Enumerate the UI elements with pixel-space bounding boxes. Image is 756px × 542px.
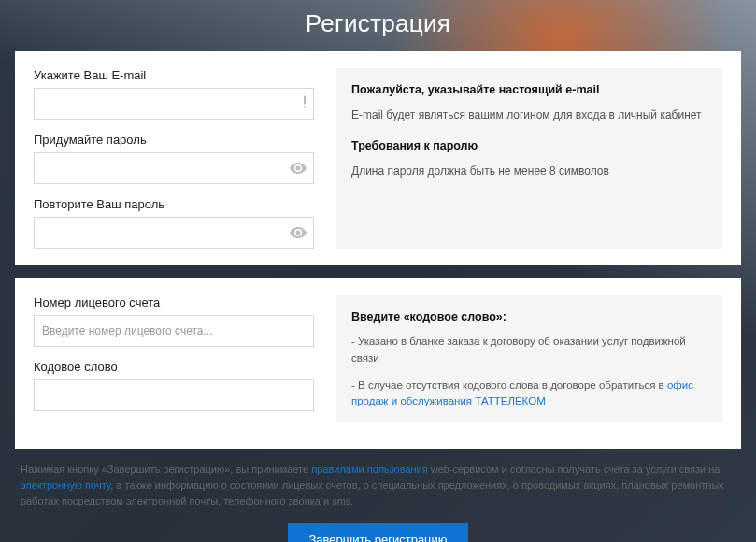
email-field[interactable] xyxy=(34,88,314,120)
panel-credentials: Укажите Ваш E-mail Придумайте пароль xyxy=(15,51,741,265)
codeword-info-line1: - Указано в бланке заказа к договору об … xyxy=(351,334,707,366)
legal-text: Нажимая кнопку «Завершить регистрацию», … xyxy=(15,462,741,522)
legal-part1: Нажимая кнопку «Завершить регистрацию», … xyxy=(21,464,311,475)
codeword-field[interactable] xyxy=(34,379,314,411)
codeword-info-line2-text: - В случае отсутствия кодового слова в д… xyxy=(351,379,667,391)
email-consent-link[interactable]: электронную почту xyxy=(21,479,110,491)
credentials-info: Пожалуйста, указывайте настоящий e-mail … xyxy=(336,68,722,249)
panel-account: Номер лицевого счета Кодовое слово Введи… xyxy=(15,278,741,449)
account-label: Номер лицевого счета xyxy=(34,295,314,309)
password-field[interactable] xyxy=(34,152,314,184)
legal-part2: web-сервисом и согласны получать счета з… xyxy=(428,464,720,475)
confirm-password-label: Повторите Ваш пароль xyxy=(34,197,314,211)
confirm-password-field[interactable] xyxy=(34,217,314,249)
legal-part3: , а также информацию о состоянии лицевых… xyxy=(21,479,724,506)
terms-link[interactable]: правилами пользования xyxy=(311,464,428,475)
password-label: Придумайте пароль xyxy=(34,133,314,147)
account-info: Введите «кодовое слово»: - Указано в бла… xyxy=(336,295,722,422)
info-pwd-title: Требования к паролю xyxy=(351,137,707,155)
account-number-field[interactable] xyxy=(34,315,314,347)
codeword-info-line2: - В случае отсутствия кодового слова в д… xyxy=(351,378,707,410)
codeword-info-title: Введите «кодовое слово»: xyxy=(351,308,707,326)
page-title: Регистрация xyxy=(15,0,741,51)
info-email-text: E-mail будет являться вашим логином для … xyxy=(351,107,707,124)
info-email-title: Пожалуйста, указывайте настоящий e-mail xyxy=(351,81,707,99)
submit-button[interactable]: Завершить регистрацию xyxy=(288,523,467,542)
info-pwd-text: Длина пароля должна быть не менее 8 симв… xyxy=(351,163,707,180)
email-label: Укажите Ваш E-mail xyxy=(34,68,314,82)
codeword-label: Кодовое слово xyxy=(34,360,314,374)
